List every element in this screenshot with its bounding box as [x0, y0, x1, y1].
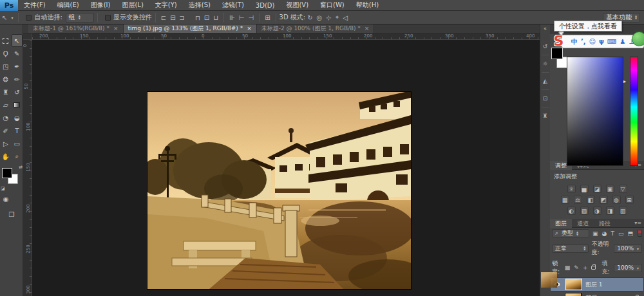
sogou-emoji-icon[interactable]: ☺	[589, 38, 596, 45]
tool-preset-caret-icon[interactable]: ▾	[9, 15, 15, 20]
saturation-brightness-field[interactable]	[567, 57, 623, 166]
panel-menu-icon[interactable]: ▾≡	[634, 220, 641, 226]
opacity-dropdown[interactable]: 100% ▾	[614, 245, 642, 253]
3d-roll-icon[interactable]: ◎	[315, 14, 325, 21]
align-bottom-edges-button[interactable]: ⊔	[211, 14, 220, 21]
crop-tool[interactable]: ◳	[0, 60, 12, 73]
rectangular-marquee-tool[interactable]	[0, 34, 12, 47]
filter-shape-layers-icon[interactable]: ▭	[618, 230, 625, 237]
zoom-tool[interactable]: ⌕	[12, 150, 23, 163]
type-tool[interactable]: T	[12, 124, 23, 137]
curves-icon[interactable]: ◪	[593, 185, 601, 193]
layer-filter-dropdown[interactable]: ⌕ 类型 ▲▼	[552, 229, 589, 237]
channel-mixer-icon[interactable]: ◍	[612, 196, 621, 204]
horizontal-ruler[interactable]: 200 150 100 50 0 50 100 150 200 250 300 …	[32, 33, 540, 40]
menu-item-layer[interactable]: 图层(L)	[116, 1, 149, 10]
clone-source-panel-icon[interactable]: ♜	[542, 107, 549, 124]
foreground-color-swatch[interactable]	[2, 168, 12, 178]
align-top-edges-button[interactable]: ⊓	[193, 14, 202, 21]
fill-dropdown[interactable]: 100% ▾	[614, 264, 642, 272]
distribute-right-button[interactable]: ⊣	[246, 14, 256, 21]
blend-mode-dropdown[interactable]: 正常 ▲▼	[552, 245, 589, 253]
canvas-image-water-town[interactable]	[147, 92, 411, 289]
filter-type-layers-icon[interactable]: T	[610, 230, 615, 237]
document-tab-untitled2[interactable]: 未标题-2 @ 100% (图层 1, RGB/8) * ×	[257, 24, 375, 33]
sogou-tooltip[interactable]: 个性设置，点我看看	[554, 21, 622, 32]
rectangle-shape-tool[interactable]: ▭	[12, 137, 23, 150]
3d-slide-icon[interactable]: ⌖	[334, 14, 341, 21]
sogou-keyboard-icon[interactable]: ⌨	[607, 38, 616, 45]
ruler-origin-corner[interactable]	[23, 33, 32, 40]
document-tab-timg-active[interactable]: timg (1).jpg @ 133% (图层 1, RGB/8#) * ×	[124, 24, 257, 33]
auto-select-checkbox[interactable]	[26, 15, 32, 21]
tab-paths[interactable]: 路径	[594, 219, 616, 228]
align-left-edges-button[interactable]: ⊏	[159, 14, 168, 21]
tab-close-icon[interactable]: ×	[113, 25, 118, 32]
auto-align-layers-button[interactable]: ⊞	[263, 14, 272, 21]
distribute-center-button[interactable]: ⊢	[237, 14, 247, 21]
selective-color-icon[interactable]: ▥	[619, 207, 627, 215]
3d-drag-icon[interactable]: ⊹	[324, 14, 333, 21]
layer-filtering-switch[interactable]	[638, 230, 642, 237]
document-canvas[interactable]	[32, 40, 540, 296]
pen-tool[interactable]: ✐	[0, 124, 12, 137]
default-colors-icon[interactable]: ◪	[1, 186, 5, 191]
sogou-handwriting-icon[interactable]: ♟	[620, 38, 625, 45]
menu-item-image[interactable]: 图像(I)	[85, 1, 117, 10]
blur-tool[interactable]: ◔	[0, 111, 12, 124]
sogou-voice-icon[interactable]: ψ	[599, 38, 604, 45]
history-panel-icon[interactable]: ↺	[542, 38, 549, 55]
menu-item-filter[interactable]: 滤镜(T)	[216, 1, 250, 10]
quick-selection-tool[interactable]: ✎	[12, 47, 23, 60]
menu-item-help[interactable]: 帮助(H)	[350, 1, 384, 10]
tab-close-icon[interactable]: ×	[247, 25, 252, 32]
eyedropper-tool[interactable]: ✒	[12, 60, 23, 73]
tab-channels[interactable]: 通道	[572, 219, 594, 228]
layer-thumbnail[interactable]	[565, 279, 582, 290]
align-vertical-centers-button[interactable]: ⊡	[202, 14, 211, 21]
posterize-icon[interactable]: ▨	[580, 207, 589, 215]
screen-mode-button[interactable]: ❐	[6, 208, 17, 221]
document-tab-untitled1[interactable]: 未标题-1 @ 161%(RGB/8) * ×	[28, 24, 124, 33]
move-tool-preset-icon[interactable]: ↖	[0, 14, 9, 21]
hue-slider-arrow-icon[interactable]: ▸	[623, 79, 626, 84]
layer-row-background[interactable]: 背景	[550, 291, 644, 296]
menu-item-file[interactable]: 文件(F)	[18, 1, 52, 10]
layer-thumbnail[interactable]	[565, 293, 582, 296]
dodge-tool[interactable]: ◒	[12, 111, 23, 124]
hue-slider-bar[interactable]	[630, 57, 638, 166]
color-lookup-icon[interactable]: ⊞	[625, 196, 634, 204]
character-panel-icon[interactable]: ⊡	[542, 89, 549, 107]
quick-mask-button[interactable]: ◉	[0, 192, 12, 205]
auto-select-dropdown[interactable]: 组 ▲▼	[66, 13, 94, 23]
levels-icon[interactable]: ▅	[580, 185, 589, 193]
brush-tool[interactable]: ✏	[12, 73, 23, 86]
distribute-left-button[interactable]: ⊪	[227, 14, 237, 21]
menu-item-window[interactable]: 窗口(W)	[314, 1, 350, 10]
hue-saturation-icon[interactable]: ▦	[561, 196, 569, 204]
clone-stamp-tool[interactable]: ♜	[0, 86, 12, 98]
lasso-tool[interactable]: Ϙ	[0, 47, 12, 60]
threshold-icon[interactable]: ◑	[593, 207, 601, 215]
photo-filter-icon[interactable]: ◩	[600, 196, 608, 204]
layer-name[interactable]: 图层 1	[585, 281, 603, 289]
black-white-icon[interactable]: ◧	[587, 196, 595, 204]
filter-adjustment-layers-icon[interactable]: ◕	[601, 230, 608, 237]
lock-image-pixels-icon[interactable]: ✎	[573, 264, 580, 271]
history-brush-tool[interactable]: ↺	[12, 86, 23, 98]
expand-panels-icon[interactable]: «	[544, 26, 547, 32]
menu-item-edit[interactable]: 编辑(E)	[52, 1, 85, 10]
properties-panel-icon[interactable]: ☼	[542, 55, 549, 72]
filter-pixel-layers-icon[interactable]: ▣	[592, 230, 599, 237]
path-selection-tool[interactable]: ▷	[0, 137, 12, 150]
sogou-punctuation-icon[interactable]: ’,	[581, 38, 586, 45]
show-transform-checkbox[interactable]	[105, 15, 111, 21]
sogou-logo[interactable]: S	[551, 33, 567, 50]
vertical-ruler[interactable]: 0 50 100 150 200 250 300	[23, 40, 32, 296]
menu-item-type[interactable]: 文字(Y)	[149, 1, 183, 10]
sogou-lang-icon[interactable]: 中	[571, 37, 578, 46]
menu-item-3d[interactable]: 3D(D)	[250, 2, 281, 9]
filter-smart-objects-icon[interactable]: ⬒	[627, 230, 634, 237]
exposure-icon[interactable]: ▣	[606, 185, 614, 193]
3d-camera-icon[interactable]: ◁	[341, 14, 350, 21]
